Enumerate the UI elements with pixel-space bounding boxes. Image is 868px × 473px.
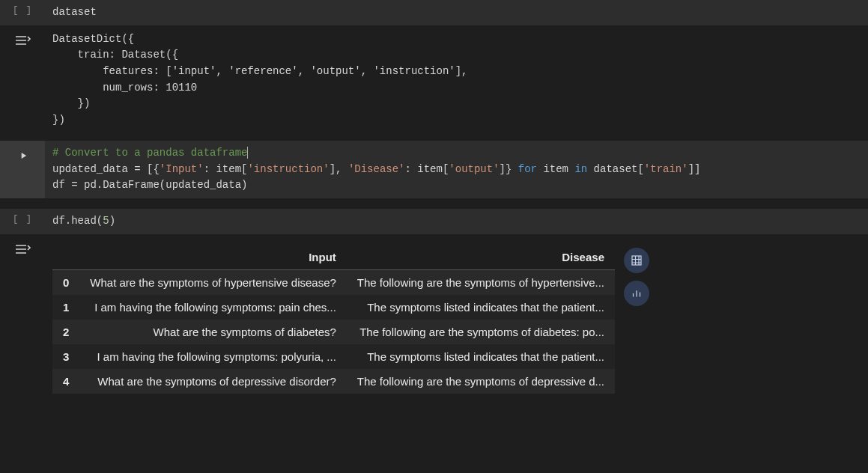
output-indicator-icon [13, 240, 31, 258]
table-view-button[interactable] [624, 248, 649, 273]
code-cell-2[interactable]: # Convert to a pandas dataframe updated_… [0, 141, 868, 198]
row-index: 0 [52, 269, 79, 295]
dataframe-tools [624, 245, 649, 306]
cell-disease: The following are the symptoms of hypert… [347, 269, 615, 295]
cell-input: I am having the following symptoms: pain… [79, 295, 347, 320]
cell-gutter[interactable]: [ ] [0, 209, 45, 234]
table-row: 3 I am having the following symptoms: po… [52, 344, 615, 369]
code-cell-1[interactable]: [ ] dataset [0, 0, 868, 25]
run-cell-button[interactable] [12, 145, 33, 166]
dataframe-table: Input Disease 0 What are the symptoms of… [52, 245, 615, 394]
execution-count-empty: [ ] [13, 213, 32, 225]
code-cell-3-output: Input Disease 0 What are the symptoms of… [0, 236, 868, 403]
output-text: DatasetDict({ train: Dataset({ features:… [52, 31, 861, 129]
code-input-area[interactable]: dataset [45, 0, 868, 25]
chart-view-button[interactable] [624, 281, 649, 306]
table-row: 0 What are the symptoms of hypertensive … [52, 269, 615, 295]
cell-disease: The following are the symptoms of diabet… [347, 320, 615, 344]
cell-input: I am having the following symptoms: poly… [79, 344, 347, 369]
code-input-area[interactable]: # Convert to a pandas dataframe updated_… [45, 141, 868, 198]
table-header-row: Input Disease [52, 245, 615, 270]
row-index: 2 [52, 320, 79, 344]
cell-gutter[interactable] [0, 141, 45, 198]
code-comment: # Convert to a pandas dataframe [52, 147, 247, 159]
cell-gutter[interactable]: [ ] [0, 0, 45, 25]
cell-input: What are the symptoms of diabetes? [79, 320, 347, 344]
cell-input: What are the symptoms of hypertensive di… [79, 269, 347, 295]
table-row: 1 I am having the following symptoms: pa… [52, 295, 615, 320]
code-text: dataset [52, 6, 97, 18]
table-row: 4 What are the symptoms of depressive di… [52, 369, 615, 394]
row-index: 3 [52, 344, 79, 369]
column-header-input: Input [79, 245, 347, 270]
text-cursor [247, 147, 248, 159]
cell-disease: The following are the symptoms of depres… [347, 369, 615, 394]
table-row: 2 What are the symptoms of diabetes? The… [52, 320, 615, 344]
cell-input: What are the symptoms of depressive diso… [79, 369, 347, 394]
index-header [52, 245, 79, 270]
row-index: 1 [52, 295, 79, 320]
cell-disease: The symptoms listed indicates that the p… [347, 344, 615, 369]
output-indicator-icon [13, 31, 31, 49]
output-gutter [0, 27, 45, 133]
svg-rect-0 [632, 256, 641, 265]
row-index: 4 [52, 369, 79, 394]
code-cell-1-output: DatasetDict({ train: Dataset({ features:… [0, 27, 868, 133]
output-gutter [0, 236, 45, 403]
execution-count-empty: [ ] [13, 4, 32, 16]
code-input-area[interactable]: df.head(5) [45, 209, 868, 234]
column-header-disease: Disease [347, 245, 615, 270]
code-cell-3[interactable]: [ ] df.head(5) [0, 209, 868, 234]
cell-disease: The symptoms listed indicates that the p… [347, 295, 615, 320]
